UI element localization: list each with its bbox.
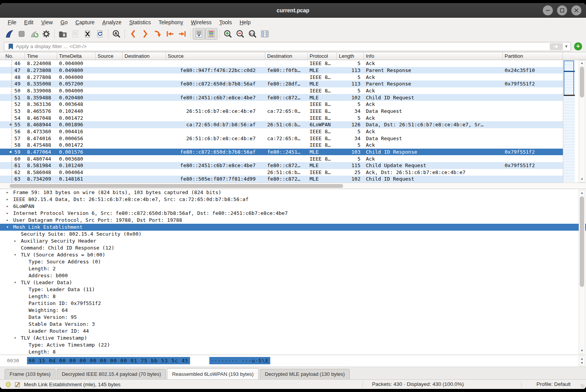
column-header-no-0[interactable]: No.	[0, 52, 25, 60]
menu-file[interactable]: File	[4, 18, 20, 26]
display-filter-input[interactable]: Apply a display filter ... <Ctrl-/> ▼	[4, 42, 571, 51]
packet-list-hscrollbar[interactable]	[0, 183, 586, 189]
menu-help[interactable]: Help	[236, 18, 254, 26]
detail-scrollbar[interactable]: ▲ ▼	[579, 190, 585, 354]
zoom-in-button[interactable]	[222, 28, 234, 40]
menu-go[interactable]: Go	[57, 18, 72, 26]
detail-line[interactable]: Length: 8	[0, 293, 586, 300]
close-file-button[interactable]	[81, 28, 94, 40]
auto-scroll-button[interactable]	[193, 28, 205, 40]
hex-bytes[interactable]: 00 15 0d 00 00 00 00 00 00 00 01 75 bb 5…	[27, 357, 190, 364]
filter-bookmark-icon[interactable]	[7, 43, 14, 50]
menu-telephony[interactable]: Telephony	[155, 18, 187, 26]
packet-row-63[interactable]: 638.7342090.148161fe80::505e:f807:7f81:4…	[0, 176, 563, 183]
detail-line[interactable]: ▸6LoWPAN	[0, 203, 586, 210]
packet-row-48[interactable]: 488.2778080.004000IEEE 8…5Ack	[0, 74, 563, 80]
packet-row-59[interactable]: 598.4770640.001576fe80::c872:650d:b7b8:5…	[0, 149, 563, 156]
restart-capture-button[interactable]	[28, 28, 40, 40]
expanded-arrow-icon[interactable]: ▾	[14, 251, 17, 258]
packet-row-54[interactable]: 548.4670480.001472IEEE 8…5Ack	[0, 114, 563, 121]
expanded-arrow-icon[interactable]: ▾	[14, 335, 17, 342]
minimap-viewport[interactable]	[564, 60, 574, 96]
detail-scroll-down-icon[interactable]: ▼	[579, 348, 585, 353]
collapsed-arrow-icon[interactable]: ▸	[6, 189, 9, 196]
packet-row-58[interactable]: 588.4754880.001472IEEE 8…5Ack	[0, 142, 563, 149]
add-filter-button[interactable]: +	[574, 42, 582, 50]
go-last-button[interactable]	[176, 28, 189, 40]
detail-line[interactable]: Address: b000	[0, 272, 586, 279]
expert-info-icon[interactable]	[5, 382, 11, 387]
menu-statistics[interactable]: Statistics	[125, 18, 155, 26]
go-previous-button[interactable]	[127, 28, 139, 40]
detail-scroll-up-icon[interactable]: ▲	[579, 190, 585, 196]
detail-line[interactable]: Leader Router ID: 44	[0, 328, 586, 335]
resize-columns-button[interactable]	[259, 28, 271, 40]
status-profile[interactable]: Profile: Default	[536, 381, 571, 387]
capture-options-button[interactable]	[40, 28, 52, 40]
packet-row-49[interactable]: 498.3350080.057200fe80::c872:650d:b7b8:5…	[0, 80, 563, 87]
column-header-source-5[interactable]: Source	[166, 52, 265, 60]
packet-row-56[interactable]: 568.4733600.004416IEEE 8…5Ack	[0, 128, 563, 135]
scroll-down-icon[interactable]: ▼	[579, 177, 585, 182]
capture-comment-icon[interactable]	[15, 382, 20, 387]
detail-line[interactable]: Weighting: 64	[0, 307, 586, 314]
bytes-scrollbar[interactable]: ▲ ▼	[579, 356, 585, 366]
hex-ascii[interactable]: ········ ···u·S\E	[209, 357, 270, 364]
column-header-length-8[interactable]: Length	[337, 52, 364, 60]
detail-line[interactable]: ▸IEEE 802.15.4 Data, Dst: 26:51:c6:b7:e8…	[0, 196, 586, 203]
column-header-partition-10[interactable]: Partition	[503, 52, 563, 60]
reload-file-button[interactable]	[94, 28, 106, 40]
column-header-timedelta-2[interactable]: TimeDelta	[57, 52, 96, 60]
go-first-button[interactable]	[164, 28, 176, 40]
menu-capture[interactable]: Capture	[72, 18, 99, 26]
detail-line[interactable]: ▾Mesh Link Establishment	[0, 224, 586, 231]
collapsed-arrow-icon[interactable]: ▸	[6, 203, 9, 210]
menu-wireless[interactable]: Wireless	[187, 18, 216, 26]
packet-row-46[interactable]: 468.2240080.004000IEEE 8…5Ack	[0, 60, 563, 67]
zoom-out-button[interactable]	[234, 28, 246, 40]
detail-line[interactable]: Stable Data Version: 3	[0, 321, 586, 328]
packet-row-51[interactable]: 518.3594880.020480fe80::2451:c6b7:e8ce:4…	[0, 94, 563, 101]
bytes-scroll-down-icon[interactable]: ▼	[579, 360, 585, 366]
open-file-button[interactable]	[57, 28, 69, 40]
packet-row-60[interactable]: 608.4807440.003680IEEE 8…5Ack	[0, 155, 563, 162]
packet-row-47[interactable]: 478.2738080.049800fe80::947f:f476:22bc:c…	[0, 67, 563, 74]
detail-line[interactable]: ▾TLV (Source Address = b0:00)	[0, 251, 586, 258]
menu-edit[interactable]: Edit	[20, 18, 37, 26]
detail-line[interactable]: Partition ID: 0x79f551f2	[0, 300, 586, 307]
resize-grip[interactable]	[581, 384, 584, 388]
filter-dropdown-caret[interactable]: ▼	[564, 44, 568, 49]
detail-line[interactable]: Data Version: 95	[0, 314, 586, 321]
minimize-button[interactable]	[543, 5, 553, 15]
detail-line[interactable]: ▸User Datagram Protocol, Src Port: 19788…	[0, 217, 586, 224]
menu-analyze[interactable]: Analyze	[98, 18, 125, 26]
stop-capture-button[interactable]	[15, 28, 28, 40]
colorize-button[interactable]	[205, 28, 217, 40]
close-button[interactable]	[571, 5, 581, 15]
detail-line[interactable]: ▸Internet Protocol Version 6, Src: fe80:…	[0, 210, 586, 217]
start-capture-button[interactable]	[3, 28, 15, 40]
collapsed-arrow-icon[interactable]: ▸	[14, 238, 17, 245]
packet-row-55[interactable]: 558.4689440.001896ca:72:65:0d:b7:b8:56:a…	[0, 121, 563, 128]
column-header-source-3[interactable]: Source	[96, 52, 123, 60]
collapsed-arrow-icon[interactable]: ▸	[6, 210, 9, 217]
expanded-arrow-icon[interactable]: ▾	[6, 224, 9, 231]
detail-line[interactable]: Type: Active Timestamp (22)	[0, 342, 586, 348]
column-header-protocol-7[interactable]: Protocol	[308, 52, 337, 60]
hscroll-thumb[interactable]	[10, 184, 343, 188]
column-header-destination-6[interactable]: Destination	[265, 52, 308, 60]
packet-minimap[interactable]	[563, 60, 575, 183]
packet-row-61[interactable]: 618.5819840.101240fe80::2451:c6b7:e8ce:4…	[0, 162, 563, 169]
packet-row-62[interactable]: 628.5860480.00406426:51:c6:b…IEEE 8…25Ac…	[0, 169, 563, 176]
byte-tab-3[interactable]: Decrypted MLE payload (130 bytes)	[260, 369, 350, 379]
expanded-arrow-icon[interactable]: ▾	[14, 279, 17, 286]
packet-row-50[interactable]: 508.3390080.004000IEEE 8…5Ack	[0, 87, 563, 94]
detail-line[interactable]: Length: 8	[0, 348, 586, 355]
packet-row-52[interactable]: 528.3631360.003648IEEE 8…5Ack	[0, 101, 563, 108]
menu-tools[interactable]: Tools	[216, 18, 236, 26]
column-header-info-9[interactable]: Info	[364, 52, 503, 60]
detail-line[interactable]: Command: Child ID Response (12)	[0, 245, 586, 251]
detail-line[interactable]: Type: Leader Data (11)	[0, 286, 586, 293]
column-header-destination-4[interactable]: Destination	[123, 52, 166, 60]
byte-tab-0[interactable]: Frame (103 bytes)	[5, 369, 56, 379]
